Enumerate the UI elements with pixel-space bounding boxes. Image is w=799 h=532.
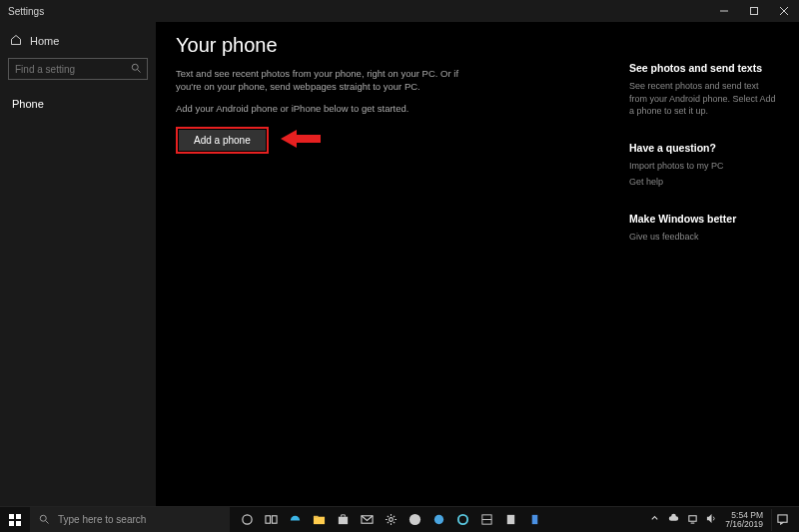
- page-title: Your phone: [176, 34, 629, 57]
- app-icon-4[interactable]: [499, 509, 521, 531]
- sidebar-item-phone[interactable]: Phone: [0, 90, 156, 118]
- file-explorer-icon[interactable]: [308, 509, 330, 531]
- svg-rect-28: [689, 516, 696, 522]
- svg-rect-7: [9, 514, 14, 519]
- close-button[interactable]: [769, 0, 799, 22]
- action-center-icon[interactable]: [771, 509, 793, 531]
- svg-rect-31: [778, 515, 787, 522]
- page-description-1: Text and see recent photos from your pho…: [176, 67, 465, 94]
- svg-rect-18: [338, 517, 347, 524]
- svg-rect-16: [313, 517, 324, 524]
- svg-rect-15: [272, 516, 277, 523]
- svg-rect-27: [531, 515, 537, 524]
- settings-sidebar: Home Phone: [0, 22, 156, 506]
- svg-rect-9: [9, 521, 14, 526]
- store-icon[interactable]: [332, 509, 354, 531]
- mail-icon[interactable]: [356, 509, 378, 531]
- svg-point-13: [242, 515, 251, 524]
- svg-point-21: [408, 514, 419, 525]
- svg-line-12: [46, 520, 49, 523]
- svg-point-20: [389, 518, 393, 522]
- home-label: Home: [30, 35, 59, 47]
- sidebar-search[interactable]: [8, 58, 148, 80]
- svg-rect-17: [313, 516, 318, 518]
- xbox-icon[interactable]: [403, 509, 425, 531]
- rail-title-feedback: Make Windows better: [629, 213, 779, 225]
- svg-rect-10: [16, 521, 21, 526]
- add-phone-button[interactable]: Add a phone: [176, 127, 269, 154]
- tray-network-icon[interactable]: [687, 513, 698, 526]
- svg-line-5: [138, 70, 141, 73]
- task-view-icon[interactable]: [260, 509, 282, 531]
- app-icon-2[interactable]: [451, 509, 473, 531]
- tray-cloud-icon[interactable]: [668, 513, 679, 526]
- window-title: Settings: [8, 6, 44, 17]
- svg-rect-1: [751, 8, 758, 15]
- svg-point-4: [132, 64, 138, 70]
- minimize-button[interactable]: [709, 0, 739, 22]
- cortana-icon[interactable]: [236, 509, 258, 531]
- start-button[interactable]: [0, 507, 30, 532]
- maximize-button[interactable]: [739, 0, 769, 22]
- rail-title-question: Have a question?: [629, 142, 779, 154]
- taskbar-apps: [236, 507, 545, 532]
- window-controls: [709, 0, 799, 22]
- sidebar-home[interactable]: Home: [0, 28, 156, 54]
- edge-icon[interactable]: [284, 509, 306, 531]
- page-description-2: Add your Android phone or iPhone below t…: [176, 102, 465, 115]
- sidebar-item-label: Phone: [12, 98, 44, 110]
- taskbar-search-placeholder: Type here to search: [58, 514, 146, 525]
- window-titlebar: Settings: [0, 0, 799, 22]
- main-content: Your phone Text and see recent photos fr…: [156, 22, 799, 506]
- svg-rect-14: [265, 516, 270, 523]
- rail-link-help[interactable]: Get help: [629, 176, 779, 189]
- rail-text-photos: See recent photos and send text from you…: [629, 80, 779, 118]
- settings-icon[interactable]: [380, 509, 401, 531]
- app-icon-3[interactable]: [475, 509, 497, 531]
- system-tray: 5:54 PM 7/16/2019: [649, 509, 799, 531]
- taskbar-clock[interactable]: 5:54 PM 7/16/2019: [725, 511, 763, 529]
- search-icon: [130, 62, 142, 76]
- app-icon-1[interactable]: [427, 509, 449, 531]
- rail-link-import[interactable]: Import photos to my PC: [629, 160, 779, 173]
- svg-rect-8: [16, 514, 21, 519]
- tray-chevron-icon[interactable]: [649, 513, 660, 526]
- home-icon: [10, 34, 22, 48]
- svg-point-23: [457, 515, 466, 524]
- taskbar: Type here to search 5:54 PM 7/16/2019: [0, 506, 799, 532]
- taskbar-search[interactable]: Type here to search: [30, 507, 230, 532]
- app-icon-5[interactable]: [523, 509, 545, 531]
- rail-title-photos: See photos and send texts: [629, 62, 779, 74]
- search-input[interactable]: [8, 58, 148, 80]
- annotation-arrow-icon: [281, 128, 321, 152]
- rail-link-feedback[interactable]: Give us feedback: [629, 231, 779, 244]
- tray-volume-icon[interactable]: [706, 513, 717, 526]
- svg-marker-30: [707, 514, 712, 523]
- svg-point-11: [40, 515, 46, 521]
- right-rail: See photos and send texts See recent pho…: [629, 34, 779, 506]
- clock-date: 7/16/2019: [725, 520, 763, 529]
- search-icon: [38, 513, 50, 527]
- svg-rect-26: [506, 515, 513, 524]
- svg-marker-6: [281, 130, 321, 148]
- svg-point-22: [433, 515, 442, 524]
